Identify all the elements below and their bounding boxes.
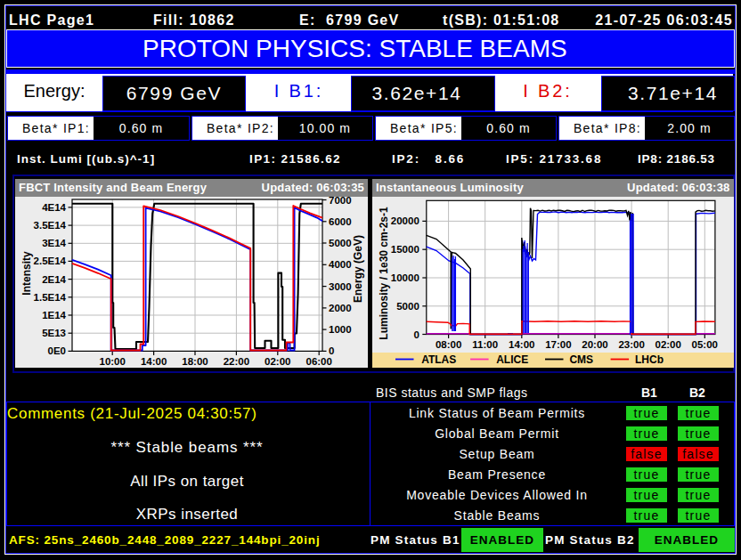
svg-text:02:00: 02:00 — [265, 356, 290, 367]
svg-text:3.5E14: 3.5E14 — [34, 220, 67, 231]
svg-text:6000: 6000 — [329, 216, 352, 227]
svg-text:02:00: 02:00 — [655, 339, 680, 350]
svg-text:14:00: 14:00 — [141, 356, 167, 367]
svg-text:ATLAS: ATLAS — [421, 353, 456, 366]
svg-text:15000: 15000 — [391, 244, 419, 255]
svg-text:2.5E14: 2.5E14 — [34, 256, 67, 266]
svg-text:1.5E14: 1.5E14 — [34, 292, 67, 303]
svg-text:11:00: 11:00 — [472, 339, 498, 350]
svg-text:20:00: 20:00 — [582, 339, 607, 350]
svg-text:08:00: 08:00 — [436, 339, 461, 350]
svg-text:Luminosity / 1e30 cm-2s-1: Luminosity / 1e30 cm-2s-1 — [378, 207, 390, 340]
svg-text:5000: 5000 — [329, 238, 352, 248]
svg-text:7000: 7000 — [329, 195, 352, 206]
svg-text:4E14: 4E14 — [42, 202, 66, 213]
svg-text:23:00: 23:00 — [618, 339, 644, 350]
svg-text:05:00: 05:00 — [692, 339, 718, 350]
svg-text:0: 0 — [413, 329, 419, 340]
svg-text:06:00: 06:00 — [305, 356, 331, 367]
svg-text:CMS: CMS — [569, 353, 593, 366]
svg-text:10000: 10000 — [391, 272, 419, 283]
svg-text:Energy (GeV): Energy (GeV) — [352, 235, 364, 303]
svg-text:Intensity: Intensity — [20, 251, 33, 296]
svg-text:18:00: 18:00 — [182, 356, 208, 367]
svg-text:5000: 5000 — [396, 301, 419, 312]
svg-text:3000: 3000 — [329, 281, 352, 292]
svg-text:5E13: 5E13 — [42, 328, 66, 338]
svg-text:10:00: 10:00 — [99, 356, 125, 367]
svg-text:22:00: 22:00 — [224, 356, 249, 367]
svg-text:1000: 1000 — [329, 324, 352, 335]
svg-text:1E14: 1E14 — [42, 310, 66, 321]
svg-text:3E14: 3E14 — [42, 238, 66, 248]
svg-text:LHCb: LHCb — [635, 353, 664, 366]
svg-text:ALICE: ALICE — [496, 353, 528, 366]
svg-text:17:00: 17:00 — [545, 339, 571, 350]
svg-text:20000: 20000 — [391, 215, 419, 226]
svg-text:4000: 4000 — [329, 259, 352, 270]
svg-text:2000: 2000 — [329, 303, 352, 313]
svg-text:0: 0 — [329, 345, 334, 356]
svg-text:0E0: 0E0 — [48, 345, 66, 356]
svg-text:14:00: 14:00 — [509, 339, 534, 350]
svg-text:2E14: 2E14 — [42, 274, 66, 285]
